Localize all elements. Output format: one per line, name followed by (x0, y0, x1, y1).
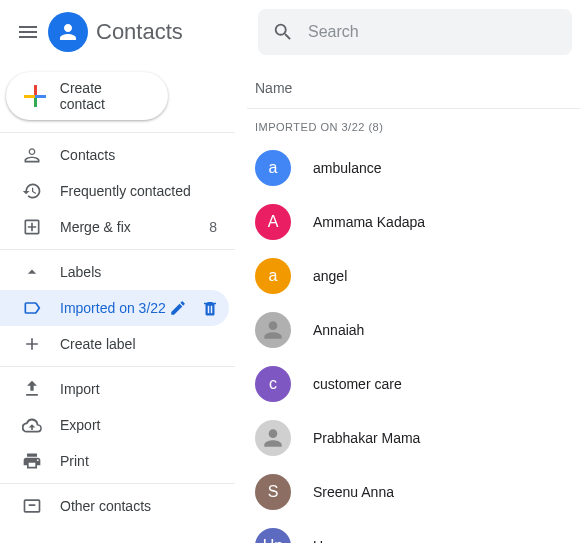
sidebar-item-label: Contacts (60, 147, 229, 163)
sidebar-create-label[interactable]: Create label (0, 326, 229, 362)
search-icon (272, 21, 294, 43)
contact-name: Ammama Kadapa (313, 214, 425, 230)
sidebar-item-label: Imported on 3/22 (60, 300, 169, 316)
contact-avatar-initial: c (255, 366, 291, 402)
contact-name: Prabhakar Mama (313, 430, 420, 446)
sidebar-item-label: Frequently contacted (60, 183, 229, 199)
divider (0, 483, 235, 484)
sidebar-item-merge-fix[interactable]: Merge & fix 8 (0, 209, 229, 245)
divider (0, 366, 235, 367)
sidebar: Create contact Contacts Frequently conta… (0, 64, 235, 543)
plus-small-icon (22, 334, 42, 354)
contact-name: Un (313, 538, 331, 543)
contact-avatar-initial: a (255, 258, 291, 294)
contact-name: customer care (313, 376, 402, 392)
sidebar-item-frequent[interactable]: Frequently contacted (0, 173, 229, 209)
chevron-up-icon (22, 262, 42, 282)
sidebar-item-label: Create label (60, 336, 229, 352)
create-contact-button[interactable]: Create contact (6, 72, 168, 120)
divider (0, 132, 235, 133)
contact-name: Sreenu Anna (313, 484, 394, 500)
sidebar-item-other-contacts[interactable]: Other contacts (0, 488, 229, 524)
contact-row[interactable]: AAmmama Kadapa (247, 195, 580, 249)
merge-fix-badge: 8 (209, 219, 217, 235)
contact-name: ambulance (313, 160, 382, 176)
sidebar-item-export[interactable]: Export (0, 407, 229, 443)
sidebar-item-label: Print (60, 453, 229, 469)
contact-row[interactable]: Annaiah (247, 303, 580, 357)
sidebar-item-import[interactable]: Import (0, 371, 229, 407)
person-icon (56, 20, 80, 44)
contact-name: Annaiah (313, 322, 364, 338)
contact-list: aambulanceAAmmama KadapaaangelAnnaiahccu… (247, 141, 580, 543)
contact-row[interactable]: Prabhakar Mama (247, 411, 580, 465)
sidebar-item-label: Other contacts (60, 498, 229, 514)
contact-row[interactable]: ccustomer care (247, 357, 580, 411)
upload-icon (22, 379, 42, 399)
contacts-logo (48, 12, 88, 52)
plus-icon (24, 85, 46, 107)
sidebar-labels-header[interactable]: Labels (0, 254, 229, 290)
contact-avatar-initial: Un (255, 528, 291, 543)
merge-fix-icon (22, 217, 42, 237)
column-header-name: Name (247, 68, 580, 108)
edit-icon[interactable] (169, 299, 187, 317)
cloud-export-icon (22, 415, 42, 435)
label-icon (22, 298, 42, 318)
contact-name: angel (313, 268, 347, 284)
contact-list-pane: Name Imported on 3/22 (8) aambulanceAAmm… (235, 64, 580, 543)
contact-avatar-photo (255, 420, 291, 456)
history-icon (22, 181, 42, 201)
group-header: Imported on 3/22 (8) (247, 109, 580, 141)
hamburger-icon (16, 20, 40, 44)
sidebar-item-label: Labels (60, 264, 229, 280)
contact-avatar-initial: S (255, 474, 291, 510)
sidebar-item-label: Export (60, 417, 229, 433)
header-left: Contacts (0, 12, 258, 52)
contact-row[interactable]: aangel (247, 249, 580, 303)
main-menu-button[interactable] (16, 20, 40, 44)
contact-row[interactable]: aambulance (247, 141, 580, 195)
print-icon (22, 451, 42, 471)
sidebar-label-imported[interactable]: Imported on 3/22 (0, 290, 229, 326)
app-header: Contacts Search (0, 0, 580, 64)
contact-row[interactable]: UnUn (247, 519, 580, 543)
sidebar-item-label: Merge & fix (60, 219, 209, 235)
create-contact-label: Create contact (60, 80, 150, 112)
divider (0, 249, 235, 250)
contact-avatar-initial: A (255, 204, 291, 240)
delete-icon[interactable] (201, 299, 219, 317)
person-outline-icon (22, 145, 42, 165)
app-title: Contacts (96, 19, 183, 45)
sidebar-item-contacts[interactable]: Contacts (0, 137, 229, 173)
contact-row[interactable]: SSreenu Anna (247, 465, 580, 519)
search-placeholder: Search (308, 23, 359, 41)
sidebar-item-label: Import (60, 381, 229, 397)
contact-avatar-photo (255, 312, 291, 348)
contact-avatar-initial: a (255, 150, 291, 186)
search-bar[interactable]: Search (258, 9, 572, 55)
archive-icon (22, 496, 42, 516)
sidebar-item-print[interactable]: Print (0, 443, 229, 479)
